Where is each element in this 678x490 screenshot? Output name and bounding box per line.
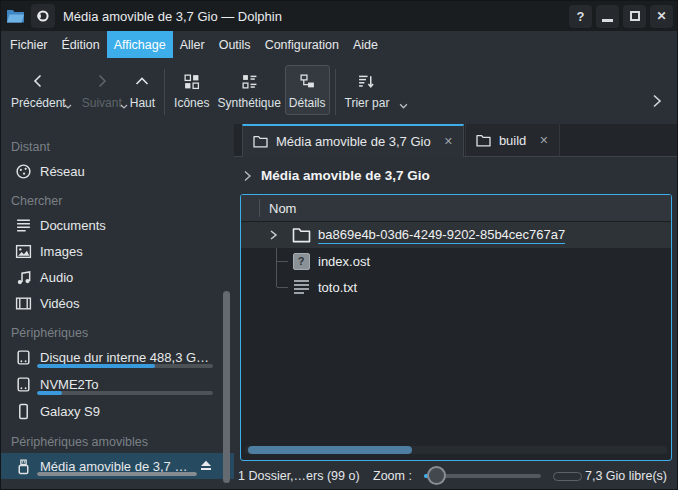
scrollbar-thumb[interactable] (248, 446, 412, 454)
section-chercher: Chercher (1, 192, 234, 210)
main-area: Média amovible de 3,7 Gio ✕ build ✕ Médi… (234, 124, 677, 489)
file-row-index-ost[interactable]: ? index.ost (241, 248, 671, 274)
chevron-left-icon (30, 69, 46, 93)
device-media-amovible[interactable]: Média amovible de 3,7 … (1, 453, 234, 479)
tab-bar: Média amovible de 3,7 Gio ✕ build ✕ (234, 124, 677, 157)
text-file-icon (291, 277, 311, 297)
free-space-bar (553, 472, 582, 481)
statusbar: 1 Dossier,…ers (99 o) Zoom : 7,3 Gio lib… (234, 461, 677, 490)
folder-icon (476, 134, 491, 147)
maximize-icon (630, 11, 640, 21)
place-documents[interactable]: Documents (1, 212, 234, 238)
section-peripheriques: Périphériques (1, 324, 234, 342)
menu-aller[interactable]: Aller (173, 31, 212, 58)
details-view-icon (299, 69, 316, 93)
video-icon (14, 294, 32, 312)
up-button[interactable]: Haut (126, 65, 159, 115)
minimize-icon (602, 19, 613, 22)
titlebar: Média amovible de 3,7 Gio — Dolphin ? ✕ (1, 1, 677, 31)
capacity-bar (37, 472, 197, 476)
minimize-button[interactable] (596, 5, 619, 28)
toolbar-separator (164, 69, 165, 115)
places-panel: Distant Réseau Chercher Documents (1, 124, 234, 489)
place-videos[interactable]: Vidéos (1, 290, 234, 316)
sidebar-scrollbar[interactable] (223, 291, 230, 483)
menu-configuration[interactable]: Configuration (258, 31, 346, 58)
chevron-up-icon (134, 69, 150, 93)
tab-close-icon[interactable]: ✕ (539, 134, 548, 147)
network-icon (14, 162, 32, 180)
column-header[interactable]: Nom (241, 195, 671, 222)
icons-view-button[interactable]: Icônes (170, 65, 213, 115)
sort-by-button[interactable]: Trier par (341, 65, 394, 115)
sort-dropdown-caret[interactable] (399, 97, 408, 112)
hard-drive-icon (14, 376, 32, 394)
close-icon: ✕ (656, 9, 666, 23)
toolbar-separator (335, 69, 336, 115)
tab-close-icon[interactable]: ✕ (444, 135, 453, 148)
file-rows: ba869e4b-03d6-4249-9202-85b4cec767a7 ? i… (241, 222, 671, 300)
file-row-toto-txt[interactable]: toto.txt (241, 274, 671, 300)
image-icon (14, 242, 32, 260)
hard-drive-icon (14, 349, 32, 367)
horizontal-scrollbar[interactable] (245, 446, 667, 454)
zoom-label: Zoom : (373, 469, 412, 483)
breadcrumb[interactable]: Média amovible de 3,7 Gio (234, 157, 677, 194)
device-disque-dur[interactable]: Disque dur interne 488,3 G… (1, 344, 234, 371)
compact-view-button[interactable]: Synthétique (213, 65, 284, 115)
audio-icon (14, 268, 32, 286)
details-view-button[interactable]: Détails (285, 65, 330, 115)
icons-view-icon (183, 69, 200, 93)
dolphin-window: Média amovible de 3,7 Gio — Dolphin ? ✕ … (0, 0, 678, 490)
capacity-bar (37, 364, 213, 368)
file-row-folder[interactable]: ba869e4b-03d6-4249-9202-85b4cec767a7 (241, 222, 671, 248)
folder-app-icon (6, 8, 25, 24)
back-button[interactable]: Précédent (7, 65, 70, 115)
place-audio[interactable]: Audio (1, 264, 234, 290)
help-button[interactable]: ? (569, 5, 592, 28)
document-icon (14, 216, 32, 234)
menubar: Fichier Édition Affichage Aller Outils C… (1, 31, 677, 58)
unknown-file-icon: ? (291, 251, 311, 271)
device-nvme2to[interactable]: NVME2To (1, 371, 234, 398)
sort-icon (358, 69, 375, 93)
menu-outils[interactable]: Outils (212, 31, 258, 58)
close-button[interactable]: ✕ (650, 5, 673, 28)
compact-view-icon (241, 69, 258, 93)
menu-edition[interactable]: Édition (55, 31, 107, 58)
capacity-bar (37, 391, 213, 395)
section-peripheriques-amovibles: Périphériques amovibles (1, 433, 234, 451)
tab-media-amovible[interactable]: Média amovible de 3,7 Gio ✕ (242, 124, 464, 157)
zoom-slider[interactable] (424, 461, 541, 490)
phone-icon (14, 403, 32, 421)
forward-button[interactable]: Suivant (78, 65, 126, 115)
selection-summary: 1 Dossier,…ers (99 o) (238, 469, 360, 483)
file-view: Nom ba869e4b-03d6-4249-9202-85b4cec767a7 (240, 194, 672, 461)
folder-icon (253, 135, 268, 148)
place-reseau[interactable]: Réseau (1, 158, 234, 184)
usb-drive-icon (14, 457, 32, 475)
slider-handle[interactable] (427, 466, 446, 485)
maximize-button[interactable] (623, 5, 646, 28)
column-separator (259, 199, 260, 217)
toolbar: Précédent Suivant Haut (1, 58, 677, 124)
tab-build[interactable]: build ✕ (465, 124, 560, 156)
chevron-right-icon (94, 69, 110, 93)
drive-emblem-icon (36, 9, 50, 23)
chevron-right-icon[interactable] (243, 170, 252, 182)
eject-icon[interactable] (199, 458, 213, 475)
free-space-label: 7,3 Gio libre(s) (585, 469, 667, 483)
expand-arrow-icon[interactable] (268, 229, 279, 241)
section-distant: Distant (1, 138, 234, 156)
device-galaxy-s9[interactable]: Galaxy S9 (1, 398, 234, 425)
breadcrumb-location[interactable]: Média amovible de 3,7 Gio (261, 168, 430, 183)
menu-aide[interactable]: Aide (346, 31, 385, 58)
place-images[interactable]: Images (1, 238, 234, 264)
back-dropdown-caret[interactable] (64, 97, 72, 112)
folder-icon (291, 225, 311, 245)
toolbar-overflow-button[interactable] (651, 93, 671, 112)
menu-affichage[interactable]: Affichage (107, 31, 173, 58)
drive-emblem-button[interactable] (31, 4, 55, 28)
window-title: Média amovible de 3,7 Gio — Dolphin (63, 9, 282, 24)
menu-fichier[interactable]: Fichier (3, 31, 55, 58)
